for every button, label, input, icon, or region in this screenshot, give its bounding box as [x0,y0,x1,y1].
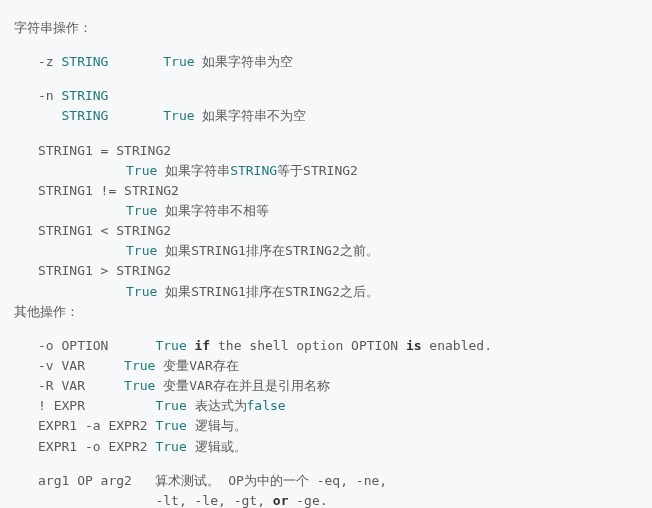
flag: -v VAR [38,358,124,373]
flag: EXPR1 -o EXPR2 [38,439,155,454]
flag: -n [38,88,61,103]
blank [14,38,638,52]
blank [14,457,638,471]
blank [14,322,638,336]
opt-eq-expr: STRING1 = STRING2 [14,141,638,161]
true-kw: True [163,54,194,69]
desc: 如果STRING1排序在STRING2之前。 [157,243,378,258]
opt-lt-expr: STRING1 < STRING2 [14,221,638,241]
opt-ne-desc: True 如果字符串不相等 [14,201,638,221]
flag: -o OPTION [38,338,155,353]
arith-line1: arg1 OP arg2 算术测试。 OP为中的一个 -eq, -ne, [14,471,638,491]
desc: 如果字符串为空 [195,54,294,69]
desc2: 等于STRING2 [277,163,358,178]
or-kw: or [273,493,289,508]
desc: 变量VAR存在 [155,358,238,373]
true-kw: True [126,243,157,258]
mid: the shell option OPTION [210,338,406,353]
true-kw: True [124,378,155,393]
part-b: -ge. [288,493,327,508]
true-kw: True [163,108,194,123]
true-kw: True [155,439,186,454]
desc1: 如果字符串 [157,163,230,178]
opt-eq-desc: True 如果字符串STRING等于STRING2 [14,161,638,181]
desc: 逻辑或。 [187,439,247,454]
opt-ne-expr: STRING1 != STRING2 [14,181,638,201]
true-kw: True [155,398,186,413]
arg: STRING [61,108,108,123]
header-other-ops: 其他操作： [14,302,638,322]
desc: 如果字符串不为空 [195,108,307,123]
if-kw: if [195,338,211,353]
opt-or: EXPR1 -o EXPR2 True 逻辑或。 [14,437,638,457]
desc: 如果字符串不相等 [157,203,269,218]
arith-line2: -lt, -le, -gt, or -ge. [14,491,638,508]
flag: EXPR1 -a EXPR2 [38,418,155,433]
desc: 逻辑与。 [187,418,247,433]
gap [108,54,163,69]
opt-o: -o OPTION True if the shell option OPTIO… [14,336,638,356]
blank [14,127,638,141]
sp [187,338,195,353]
opt-n-line2: STRING True 如果字符串不为空 [14,106,638,126]
true-kw: True [155,338,186,353]
gap [108,108,163,123]
opt-z: -z STRING True 如果字符串为空 [14,52,638,72]
opt-n-line1: -n STRING [14,86,638,106]
pad [38,108,61,123]
true-kw: True [126,163,157,178]
opt-gt-desc: True 如果STRING1排序在STRING2之后。 [14,282,638,302]
var: STRING [230,163,277,178]
blank [14,72,638,86]
end: enabled. [422,338,492,353]
flag: -z [38,54,61,69]
flag: -R VAR [38,378,124,393]
opt-not: ! EXPR True 表达式为false [14,396,638,416]
opt-and: EXPR1 -a EXPR2 True 逻辑与。 [14,416,638,436]
false-kw: false [247,398,286,413]
opt-v: -v VAR True 变量VAR存在 [14,356,638,376]
desc: 如果STRING1排序在STRING2之后。 [157,284,378,299]
flag: ! EXPR [38,398,155,413]
true-kw: True [126,284,157,299]
true-kw: True [124,358,155,373]
header-string-ops: 字符串操作： [14,18,638,38]
desc: 表达式为 [187,398,247,413]
part-a: -lt, -le, -gt, [38,493,273,508]
true-kw: True [155,418,186,433]
arg: STRING [61,54,108,69]
opt-gt-expr: STRING1 > STRING2 [14,261,638,281]
opt-R: -R VAR True 变量VAR存在并且是引用名称 [14,376,638,396]
is-kw: is [406,338,422,353]
true-kw: True [126,203,157,218]
opt-lt-desc: True 如果STRING1排序在STRING2之前。 [14,241,638,261]
arg: STRING [61,88,108,103]
desc: 变量VAR存在并且是引用名称 [155,378,329,393]
